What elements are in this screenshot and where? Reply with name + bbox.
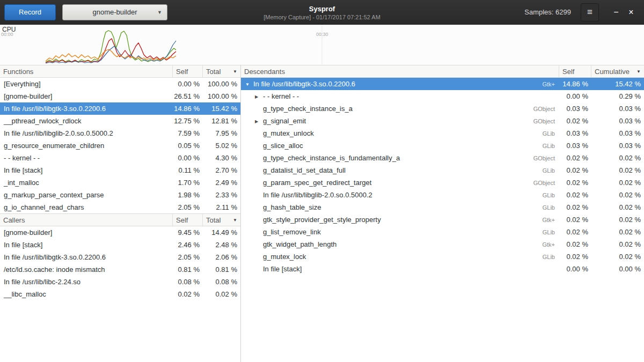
descendants-column-header[interactable]: Descendants bbox=[241, 65, 559, 77]
cumulative-value: 0.02 % bbox=[591, 191, 644, 199]
table-row[interactable]: __libc_malloc0.02 %0.02 % bbox=[0, 288, 240, 300]
functions-total-column-header[interactable]: Total ▼ bbox=[203, 65, 240, 77]
table-row[interactable]: [gnome-builder]9.45 %14.49 % bbox=[0, 226, 240, 239]
cpu-graph-area[interactable]: CPU 00:00 00:30 bbox=[0, 25, 644, 65]
table-row[interactable]: In file [stack]0.00 %0.00 % bbox=[241, 263, 644, 275]
collapse-icon[interactable]: ▼ bbox=[245, 82, 253, 87]
descendant-name: g_type_check_instance_is_fundamentally_a bbox=[241, 154, 526, 162]
table-row[interactable]: g_type_check_instance_is_fundamentally_a… bbox=[241, 152, 644, 164]
table-row[interactable]: g_param_spec_get_redirect_targetGObject0… bbox=[241, 176, 644, 189]
table-row[interactable]: g_mutex_unlockGLib0.03 %0.03 % bbox=[241, 127, 644, 139]
table-row[interactable]: /etc/ld.so.cache: inode mismatch0.81 %0.… bbox=[0, 263, 240, 276]
sort-descending-icon: ▼ bbox=[231, 69, 237, 74]
process-selector-dropdown[interactable]: gnome-builder ▼ bbox=[62, 4, 167, 20]
table-row[interactable]: g_markup_parse_context_parse1.98 %2.33 % bbox=[0, 189, 240, 201]
self-value: 2.05 % bbox=[173, 203, 203, 211]
functions-self-column-header[interactable]: Self bbox=[173, 65, 203, 77]
table-row[interactable]: _int_malloc1.70 %2.49 % bbox=[0, 176, 240, 189]
self-value: 14.86 % bbox=[173, 105, 203, 113]
callers-total-column-header[interactable]: Total ▼ bbox=[203, 214, 240, 226]
callers-self-column-header[interactable]: Self bbox=[173, 214, 203, 226]
left-panel: Functions Self Total ▼ [Everything]0.00 … bbox=[0, 65, 241, 362]
library-tag: GLib bbox=[526, 204, 559, 211]
descendant-name: gtk_widget_path_length bbox=[241, 240, 526, 248]
table-row[interactable]: g_resource_enumerate_children0.05 %5.02 … bbox=[0, 139, 240, 152]
callers-column-header[interactable]: Callers bbox=[0, 214, 173, 226]
table-row[interactable]: ▶- - kernel - -0.00 %0.29 % bbox=[241, 90, 644, 102]
table-row[interactable]: In file /usr/lib/libglib-2.0.so.0.5000.2… bbox=[0, 127, 240, 139]
descendant-name: g_list_remove_link bbox=[241, 228, 526, 236]
total-value: 14.49 % bbox=[203, 228, 240, 237]
expand-icon[interactable]: ▶ bbox=[255, 94, 263, 99]
table-row[interactable]: g_hash_table_sizeGLib0.02 %0.02 % bbox=[241, 201, 644, 213]
table-row[interactable]: g_io_channel_read_chars2.05 %2.11 % bbox=[0, 201, 240, 213]
descendant-name: In file /usr/lib/libglib-2.0.so.0.5000.2 bbox=[241, 191, 526, 199]
cumulative-value: 0.02 % bbox=[591, 228, 644, 236]
close-button[interactable]: × bbox=[624, 5, 639, 20]
descendant-name: g_slice_alloc bbox=[241, 142, 526, 150]
table-row[interactable]: ▶g_signal_emitGObject0.02 %0.03 % bbox=[241, 115, 644, 127]
table-row[interactable]: gtk_style_provider_get_style_propertyGtk… bbox=[241, 213, 644, 226]
table-row[interactable]: [Everything]0.00 %100.00 % bbox=[0, 78, 240, 90]
table-row[interactable]: - - kernel - -0.00 %4.30 % bbox=[0, 152, 240, 164]
self-value: 0.05 % bbox=[173, 142, 203, 150]
expand-icon[interactable]: ▶ bbox=[255, 119, 263, 124]
descendant-name: gtk_style_provider_get_style_property bbox=[241, 216, 526, 224]
table-row[interactable]: ▼In file /usr/lib/libgtk-3.so.0.2200.6Gt… bbox=[241, 78, 644, 90]
self-value: 0.02 % bbox=[559, 117, 591, 125]
descendant-name: g_mutex_lock bbox=[241, 253, 526, 261]
cumulative-value: 0.02 % bbox=[591, 179, 644, 187]
function-name: g_io_channel_read_chars bbox=[0, 203, 173, 211]
library-tag: GObject bbox=[526, 118, 559, 124]
table-row[interactable]: __pthread_rwlock_rdlock12.75 %12.81 % bbox=[0, 115, 240, 127]
function-name: [gnome-builder] bbox=[0, 92, 173, 100]
samples-count: Samples: 6299 bbox=[524, 8, 571, 16]
table-row[interactable]: In file [stack]2.46 %2.48 % bbox=[0, 239, 240, 251]
record-button[interactable]: Record bbox=[4, 4, 56, 20]
self-value: 9.45 % bbox=[173, 228, 203, 237]
header-bar: Record gnome-builder ▼ Sysprof [Memory C… bbox=[0, 0, 644, 25]
descendants-self-column-header[interactable]: Self bbox=[559, 65, 591, 77]
sort-descending-icon: ▼ bbox=[634, 69, 641, 74]
cpu-series-orange bbox=[46, 49, 176, 61]
descendant-name: g_mutex_unlock bbox=[241, 129, 526, 137]
table-row[interactable]: g_slice_allocGLib0.03 %0.03 % bbox=[241, 139, 644, 152]
self-value: 0.03 % bbox=[559, 142, 591, 150]
self-value: 0.81 % bbox=[173, 265, 203, 274]
function-name: _int_malloc bbox=[0, 179, 173, 187]
table-row[interactable]: In file /usr/lib/libgtk-3.so.0.2200.62.0… bbox=[0, 251, 240, 263]
minimize-button[interactable]: − bbox=[609, 5, 624, 20]
descendant-name: g_hash_table_size bbox=[241, 203, 526, 211]
table-row[interactable]: g_mutex_lockGLib0.02 %0.02 % bbox=[241, 250, 644, 263]
table-row[interactable]: gtk_widget_path_lengthGtk+0.02 %0.02 % bbox=[241, 238, 644, 250]
cumulative-value: 0.03 % bbox=[591, 105, 644, 113]
self-value: 0.00 % bbox=[559, 265, 591, 273]
function-name: [Everything] bbox=[0, 80, 173, 88]
table-row[interactable]: In file [stack]0.11 %2.70 % bbox=[0, 164, 240, 176]
self-value: 1.70 % bbox=[173, 179, 203, 187]
header-right-group: Samples: 6299 ≡ − × bbox=[524, 3, 639, 21]
main-content: Functions Self Total ▼ [Everything]0.00 … bbox=[0, 65, 644, 362]
table-row[interactable]: g_list_remove_linkGLib0.02 %0.02 % bbox=[241, 226, 644, 238]
table-row[interactable]: In file /usr/lib/libgtk-3.so.0.2200.614.… bbox=[0, 102, 240, 115]
self-value: 0.03 % bbox=[559, 129, 591, 137]
descendants-cumulative-column-header[interactable]: Cumulative ▼ bbox=[591, 65, 644, 77]
function-name: __pthread_rwlock_rdlock bbox=[0, 117, 173, 125]
menu-button[interactable]: ≡ bbox=[581, 3, 599, 21]
caller-name: In file /usr/lib/libgtk-3.so.0.2200.6 bbox=[0, 253, 173, 261]
functions-column-header[interactable]: Functions bbox=[0, 65, 173, 77]
table-row[interactable]: [gnome-builder]26.51 %100.00 % bbox=[0, 90, 240, 102]
descendant-name: g_param_spec_get_redirect_target bbox=[241, 179, 526, 187]
table-row[interactable]: g_datalist_id_set_data_fullGLib0.02 %0.0… bbox=[241, 164, 644, 176]
total-value: 7.95 % bbox=[203, 129, 240, 137]
cumulative-value: 0.02 % bbox=[591, 203, 644, 211]
table-row[interactable]: In file /usr/lib/libglib-2.0.so.0.5000.2… bbox=[241, 189, 644, 201]
callers-total-column-label: Total bbox=[206, 216, 221, 224]
table-row[interactable]: In file /usr/lib/libc-2.24.so0.08 %0.08 … bbox=[0, 276, 240, 288]
table-row[interactable]: g_type_check_instance_is_aGObject0.03 %0… bbox=[241, 102, 644, 115]
cumulative-value: 0.02 % bbox=[591, 253, 644, 261]
chevron-down-icon: ▼ bbox=[157, 10, 162, 15]
caller-name: In file /usr/lib/libc-2.24.so bbox=[0, 278, 173, 286]
total-value: 0.08 % bbox=[203, 278, 240, 286]
function-name: g_markup_parse_context_parse bbox=[0, 191, 173, 199]
